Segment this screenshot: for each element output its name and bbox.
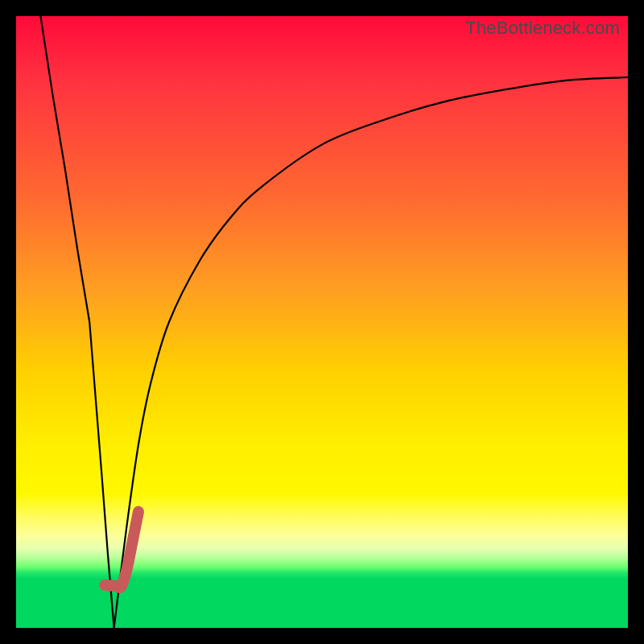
left-descent-curve [40,16,114,628]
curve-layer [16,16,628,628]
right-growth-curve [114,77,628,628]
plot-area: TheBottleneck.com [16,16,628,628]
chart-frame: TheBottleneck.com [0,0,644,644]
